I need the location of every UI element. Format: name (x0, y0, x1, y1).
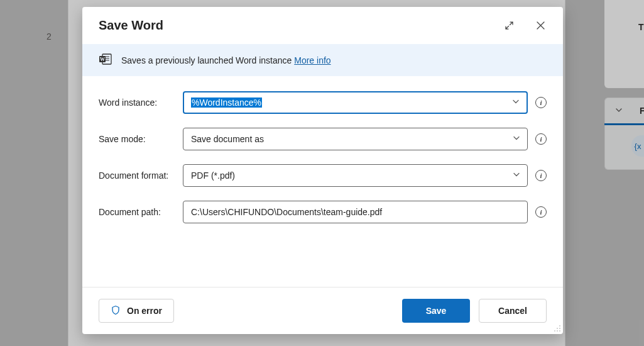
word-icon: W (99, 53, 112, 67)
document-path-row: Document path: C:\Users\CHIFUNDO\Documen… (99, 201, 547, 223)
info-icon[interactable]: i (535, 170, 547, 181)
more-info-link[interactable]: More info (294, 55, 330, 65)
save-word-dialog: Save Word W Saves a previously launched … (82, 7, 563, 334)
word-instance-select[interactable]: %WordInstance% (183, 91, 528, 114)
save-mode-label: Save mode: (99, 134, 175, 144)
dialog-header: Save Word (82, 7, 563, 44)
word-instance-value: %WordInstance% (191, 98, 262, 108)
document-path-input[interactable]: C:\Users\CHIFUNDO\Documents\team-guide.p… (183, 201, 528, 223)
save-mode-value: Save document as (191, 134, 264, 144)
svg-point-11 (554, 330, 555, 332)
banner-text: Saves a previously launched Word instanc… (121, 55, 331, 65)
document-path-value: C:\Users\CHIFUNDO\Documents\team-guide.p… (191, 207, 382, 217)
document-format-row: Document format: PDF (*.pdf) i (99, 164, 547, 187)
word-instance-label: Word instance: (99, 98, 175, 108)
save-mode-select[interactable]: Save document as (183, 128, 528, 150)
on-error-label: On error (127, 306, 162, 316)
chevron-down-icon (512, 170, 521, 181)
document-format-select[interactable]: PDF (*.pdf) (183, 164, 528, 187)
resize-grip-icon[interactable] (553, 324, 562, 333)
save-mode-row: Save mode: Save document as i (99, 128, 547, 150)
dialog-footer: On error Save Cancel (82, 287, 563, 334)
on-error-button[interactable]: On error (99, 299, 174, 323)
shield-icon (111, 305, 121, 317)
document-path-label: Document path: (99, 207, 175, 217)
document-format-value: PDF (*.pdf) (191, 170, 235, 181)
svg-point-8 (557, 328, 558, 329)
info-icon[interactable]: i (535, 133, 547, 145)
form-body: Word instance: %WordInstance% i Save mod… (82, 76, 563, 287)
info-banner: W Saves a previously launched Word insta… (82, 44, 563, 76)
word-instance-row: Word instance: %WordInstance% i (99, 91, 547, 114)
save-button[interactable]: Save (402, 299, 470, 323)
svg-text:W: W (100, 57, 105, 62)
dialog-title: Save Word (99, 18, 163, 33)
close-icon[interactable] (534, 20, 547, 32)
cancel-button[interactable]: Cancel (479, 299, 547, 323)
info-icon[interactable]: i (535, 97, 547, 108)
chevron-down-icon (512, 134, 521, 145)
svg-point-7 (559, 328, 560, 329)
expand-icon[interactable] (503, 20, 515, 32)
document-format-label: Document format: (99, 170, 175, 181)
svg-point-10 (557, 330, 558, 332)
svg-point-9 (559, 330, 560, 332)
svg-point-6 (559, 325, 560, 326)
info-icon[interactable]: i (535, 206, 547, 218)
chevron-down-icon (511, 98, 520, 108)
